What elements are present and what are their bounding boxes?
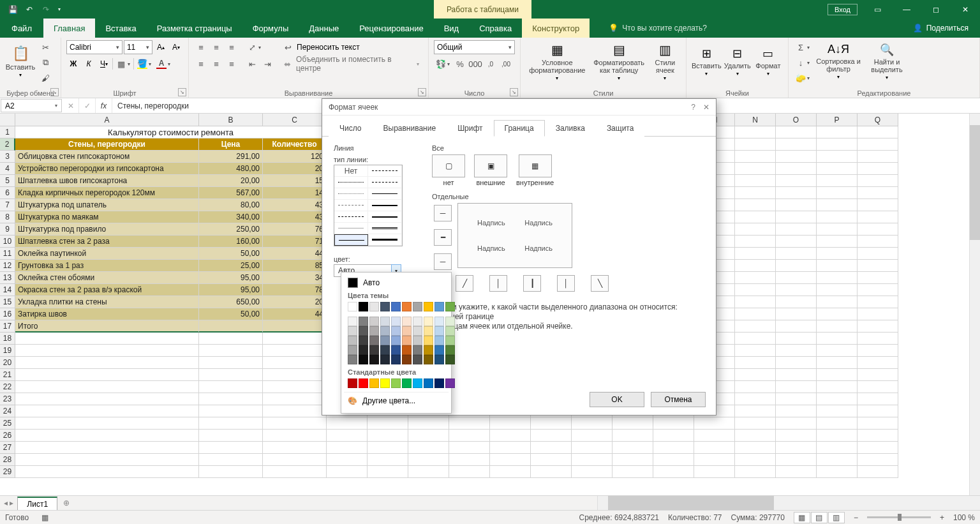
- cell[interactable]: 20: [263, 296, 327, 308]
- color-swatch[interactable]: [402, 336, 412, 345]
- cell[interactable]: [776, 308, 817, 320]
- cell[interactable]: [653, 442, 694, 454]
- line-style-selected[interactable]: [334, 234, 368, 246]
- cell[interactable]: [408, 442, 449, 454]
- redo-icon[interactable]: ↷: [38, 3, 54, 17]
- cell[interactable]: [858, 199, 898, 211]
- cell[interactable]: [735, 357, 776, 369]
- find-select-button[interactable]: 🔍 Найти и выделить▾: [865, 40, 909, 82]
- cell[interactable]: [263, 369, 327, 381]
- cell[interactable]: [735, 223, 776, 236]
- increase-decimal-button[interactable]: ,0: [484, 57, 498, 71]
- font-color-button[interactable]: А: [154, 57, 172, 71]
- cell[interactable]: [263, 345, 327, 357]
- cell[interactable]: 50,00: [199, 308, 263, 320]
- cell[interactable]: 340,00: [199, 211, 263, 223]
- dialog-tab-font[interactable]: Шрифт: [447, 120, 493, 137]
- tab-data[interactable]: Данные: [299, 19, 349, 38]
- color-swatch[interactable]: [348, 302, 357, 311]
- cell[interactable]: [817, 369, 858, 381]
- cell[interactable]: [858, 151, 898, 163]
- cell[interactable]: [776, 138, 817, 151]
- cell[interactable]: 80,00: [199, 199, 263, 211]
- cell[interactable]: [368, 417, 408, 430]
- tab-help[interactable]: Справка: [469, 19, 522, 38]
- cell[interactable]: [735, 163, 776, 175]
- cell[interactable]: [735, 442, 776, 454]
- cell[interactable]: [776, 466, 817, 478]
- cell[interactable]: [263, 466, 327, 478]
- cell[interactable]: [735, 272, 776, 284]
- cell[interactable]: 44: [263, 248, 327, 260]
- color-swatch[interactable]: [380, 355, 390, 364]
- cell[interactable]: [199, 466, 263, 478]
- cell[interactable]: [327, 454, 368, 466]
- cell[interactable]: [612, 454, 653, 466]
- color-swatch[interactable]: [402, 378, 412, 388]
- cell[interactable]: [531, 430, 572, 442]
- comma-format-button[interactable]: 000: [468, 57, 482, 71]
- color-swatch[interactable]: [445, 355, 455, 364]
- cell[interactable]: [858, 405, 898, 417]
- cell[interactable]: [263, 417, 327, 430]
- cell[interactable]: [531, 466, 572, 478]
- dialog-tab-protection[interactable]: Защита: [596, 120, 645, 137]
- cell[interactable]: 480,00: [199, 163, 263, 175]
- color-swatch[interactable]: [391, 326, 401, 336]
- cell[interactable]: [263, 442, 327, 454]
- cell[interactable]: [817, 345, 858, 357]
- cell[interactable]: [735, 417, 776, 430]
- cell[interactable]: [735, 151, 776, 163]
- row-header[interactable]: 25: [0, 417, 15, 430]
- dialog-help-button[interactable]: ?: [691, 103, 695, 112]
- line-style-none[interactable]: Нет: [334, 165, 368, 177]
- underline-button[interactable]: Ч▾: [97, 57, 111, 71]
- merge-center-button[interactable]: ⬌ Объединить и поместить в центре: [281, 57, 421, 71]
- cell[interactable]: 25,00: [199, 260, 263, 272]
- cell[interactable]: [490, 442, 531, 454]
- column-header[interactable]: N: [735, 114, 776, 126]
- cell[interactable]: [735, 320, 776, 333]
- cell[interactable]: [368, 430, 408, 442]
- cell[interactable]: [817, 357, 858, 369]
- color-swatch[interactable]: [434, 345, 444, 355]
- color-swatch[interactable]: [391, 336, 401, 345]
- color-swatch[interactable]: [369, 326, 379, 336]
- cell[interactable]: [612, 442, 653, 454]
- auto-color-option[interactable]: Авто: [344, 276, 449, 289]
- cell[interactable]: [368, 442, 408, 454]
- table-header[interactable]: Стены, перегородки: [15, 138, 199, 151]
- color-swatch[interactable]: [424, 302, 433, 311]
- cell[interactable]: [735, 260, 776, 272]
- row-header[interactable]: 13: [0, 272, 15, 284]
- cell[interactable]: [531, 454, 572, 466]
- cell[interactable]: [776, 211, 817, 223]
- zoom-slider[interactable]: [867, 516, 931, 518]
- cell[interactable]: 85: [263, 260, 327, 272]
- color-swatch[interactable]: [413, 345, 422, 355]
- cell[interactable]: [858, 393, 898, 405]
- cell[interactable]: 71: [263, 236, 327, 248]
- color-swatch[interactable]: [369, 317, 379, 326]
- cell[interactable]: Шпатлевка швов гипсокартона: [15, 175, 199, 187]
- cell[interactable]: [776, 320, 817, 333]
- cell[interactable]: 15: [263, 175, 327, 187]
- row-header[interactable]: 7: [0, 199, 15, 211]
- row-header[interactable]: 18: [0, 333, 15, 345]
- align-right-button[interactable]: ≡: [225, 57, 239, 71]
- cell[interactable]: Окраска стен за 2 раза в/э краской: [15, 284, 199, 296]
- number-dialog-launcher[interactable]: ↘: [510, 88, 518, 96]
- decrease-indent-button[interactable]: ⇤: [245, 57, 259, 71]
- cell[interactable]: [858, 236, 898, 248]
- border-top-button[interactable]: ─: [434, 205, 452, 221]
- cell[interactable]: [776, 175, 817, 187]
- delete-cells-button[interactable]: ⊟ Удалить▾: [723, 40, 752, 82]
- color-swatch[interactable]: [445, 345, 455, 355]
- font-size-combo[interactable]: 11▾: [124, 40, 152, 54]
- line-style-opt[interactable]: [368, 223, 402, 234]
- dialog-tab-number[interactable]: Число: [329, 120, 373, 137]
- color-swatch[interactable]: [402, 345, 412, 355]
- fill-button[interactable]: ↓: [794, 56, 812, 70]
- italic-button[interactable]: К: [82, 57, 96, 71]
- line-style-opt[interactable]: [368, 234, 402, 246]
